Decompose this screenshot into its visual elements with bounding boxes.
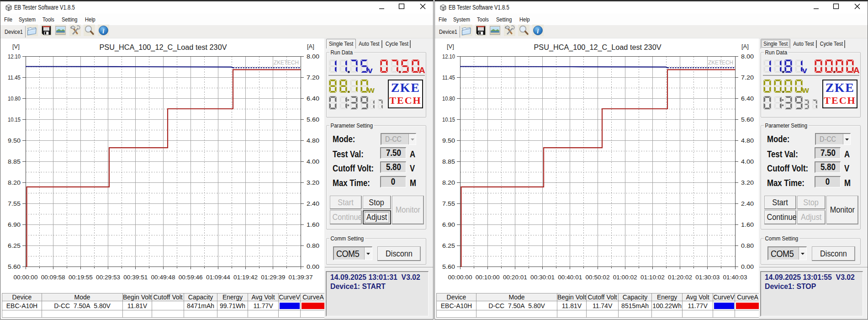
svg-text:A: A [853,65,860,75]
svg-text:00:39:51: 00:39:51 [123,274,148,281]
svg-text:5.60: 5.60 [741,117,754,123]
svg-text:12.10: 12.10 [8,53,21,60]
svg-text:v: v [802,65,807,75]
svg-text:10.80: 10.80 [442,96,455,102]
svg-text:10.80: 10.80 [8,96,21,102]
svg-text:[A]: [A] [307,43,314,50]
svg-text:00:20:01: 00:20:01 [503,274,527,281]
svg-text:8.85: 8.85 [442,159,455,165]
svg-text:i: i [537,28,539,35]
svg-text:[A]: [A] [741,43,749,50]
svg-text:00:29:53: 00:29:53 [96,274,120,281]
svg-text:w: w [367,85,375,95]
svg-text:00:50:02: 00:50:02 [586,274,610,281]
svg-text:[V]: [V] [12,43,20,50]
svg-text:11.45: 11.45 [8,75,21,81]
svg-text:7.20: 7.20 [741,75,754,81]
svg-text:0.80: 0.80 [307,243,319,249]
svg-text:01:30:03: 01:30:03 [695,274,720,281]
svg-text:[V]: [V] [447,43,454,50]
svg-text:00:00:00: 00:00:00 [14,274,38,281]
svg-text:7.55: 7.55 [8,201,21,207]
svg-text:8.00: 8.00 [741,53,754,60]
svg-text:ZKETECH: ZKETECH [274,59,299,66]
svg-text:8.20: 8.20 [8,180,21,186]
svg-text:3.20: 3.20 [741,180,754,186]
svg-text:v: v [368,65,373,75]
svg-text:01:20:02: 01:20:02 [668,274,692,281]
svg-text:10.15: 10.15 [442,117,455,123]
svg-text:9.50: 9.50 [8,138,21,144]
svg-text:01:40:03: 01:40:03 [723,274,747,281]
svg-text:8.85: 8.85 [8,159,21,165]
svg-text:5.60: 5.60 [307,117,319,123]
svg-text:8.20: 8.20 [442,180,455,186]
svg-text:00:30:01: 00:30:01 [530,274,555,281]
svg-text:01:19:42: 01:19:42 [233,274,258,281]
svg-text:5.60: 5.60 [442,264,455,270]
svg-text:4.00: 4.00 [307,159,319,165]
svg-text:2.40: 2.40 [741,201,754,207]
svg-text:0.80: 0.80 [741,243,754,249]
svg-text:6.90: 6.90 [442,222,455,228]
svg-text:00:10:00: 00:10:00 [476,274,500,281]
svg-text:00:00:00: 00:00:00 [448,274,472,281]
svg-text:4.00: 4.00 [741,159,754,165]
svg-text:7.20: 7.20 [307,75,319,81]
svg-text:10.15: 10.15 [8,117,21,123]
svg-text:6.40: 6.40 [741,96,754,102]
svg-text:7.55: 7.55 [442,201,455,207]
svg-text:00:19:55: 00:19:55 [69,274,93,281]
svg-text:ZKETECH: ZKETECH [708,59,733,66]
svg-text:00:09:58: 00:09:58 [41,274,65,281]
svg-text:5.60: 5.60 [8,264,21,270]
svg-text:6.25: 6.25 [442,243,455,249]
svg-text:12.10: 12.10 [442,53,455,60]
svg-text:6.90: 6.90 [8,222,21,228]
svg-text:6.25: 6.25 [8,243,21,249]
svg-text:00:49:48: 00:49:48 [151,274,175,281]
svg-text:01:00:02: 01:00:02 [613,274,637,281]
svg-text:6.40: 6.40 [307,96,319,102]
svg-text:01:29:39: 01:29:39 [261,274,285,281]
svg-text:4.80: 4.80 [741,138,754,144]
svg-text:A: A [419,65,425,75]
svg-text:1.60: 1.60 [741,222,754,228]
svg-text:w: w [802,85,809,95]
svg-text:1.60: 1.60 [307,222,319,228]
svg-text:0.00: 0.00 [307,264,319,270]
svg-text:00:40:01: 00:40:01 [558,274,582,281]
svg-text:8.00: 8.00 [307,53,319,60]
svg-text:i: i [102,28,104,35]
svg-text:0.00: 0.00 [741,264,754,270]
svg-text:11.45: 11.45 [442,75,455,81]
svg-text:01:09:44: 01:09:44 [206,274,230,281]
svg-text:2.40: 2.40 [307,201,319,207]
svg-text:3.20: 3.20 [307,180,319,186]
svg-text:00:59:46: 00:59:46 [179,274,203,281]
svg-text:9.50: 9.50 [442,138,455,144]
svg-text:01:39:37: 01:39:37 [289,274,313,281]
svg-text:4.80: 4.80 [307,138,319,144]
svg-text:PSU_HCA_100_12_C_Load test 230: PSU_HCA_100_12_C_Load test 230V [100,43,227,52]
svg-text:01:10:02: 01:10:02 [640,274,665,281]
svg-text:PSU_HCA_100_12_C_Load test 230: PSU_HCA_100_12_C_Load test 230V [534,43,662,52]
